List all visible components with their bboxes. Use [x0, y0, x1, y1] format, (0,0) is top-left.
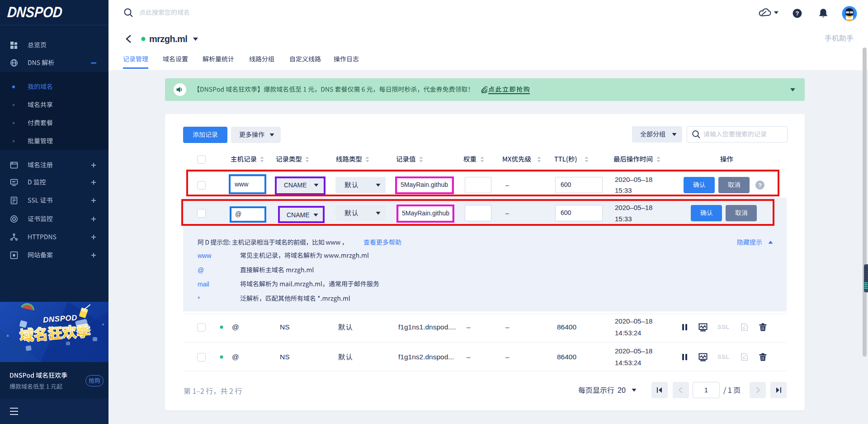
svg-text:?: ? [796, 10, 799, 17]
